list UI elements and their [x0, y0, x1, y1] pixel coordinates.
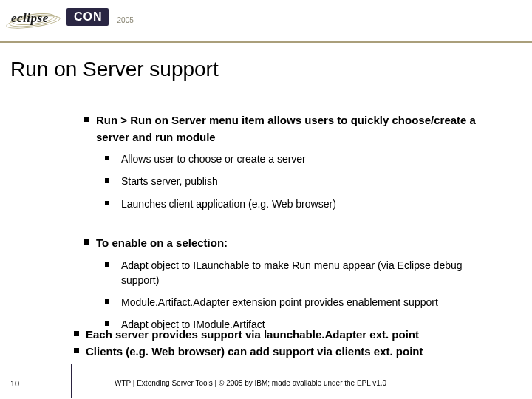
bullet-sub: Module.Artifact.Adapter extension point …: [105, 295, 498, 310]
bullet-heading: Each server provides support via launcha…: [74, 327, 502, 344]
slide-number: 10: [10, 379, 19, 388]
bullet-sub: Starts server, publish: [105, 174, 498, 188]
section-footer-bullets: Each server provides support via launcha…: [74, 327, 502, 360]
bullet-sub: Allows user to choose or create a server: [105, 151, 498, 166]
footer-divider-icon: [109, 377, 109, 387]
bullet-heading: Run > Run on Server menu item allows use…: [84, 112, 498, 146]
slide-title: Run on Server support: [10, 58, 219, 81]
slide-header: eclipse CON 2005: [0, 0, 532, 43]
con-badge: CON: [66, 8, 109, 26]
header-logo-group: eclipse CON 2005: [4, 3, 134, 34]
section-run-on-server: Run > Run on Server menu item allows use…: [84, 112, 498, 219]
footer-divider-icon: [71, 364, 72, 398]
bullet-heading: To enable on a selection:: [84, 235, 498, 252]
eclipse-logo-text: eclipse: [11, 11, 49, 26]
bullet-heading: Clients (e.g. Web browser) can add suppo…: [74, 344, 502, 361]
eclipse-logo-icon: eclipse: [4, 3, 62, 34]
bullet-sub: Adapt object to ILaunchable to make Run …: [105, 258, 498, 288]
bullet-sub: Launches client application (e.g. Web br…: [105, 197, 498, 211]
section-enable-selection: To enable on a selection: Adapt object t…: [84, 235, 498, 340]
con-year: 2005: [117, 16, 134, 24]
footer-text: WTP | Extending Server Tools | © 2005 by…: [115, 379, 386, 387]
